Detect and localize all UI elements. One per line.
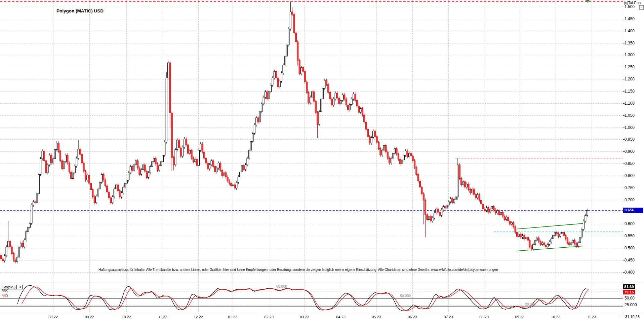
candle xyxy=(261,102,263,113)
candle-body xyxy=(35,202,36,203)
candle-body xyxy=(538,238,539,241)
candle-body xyxy=(22,243,23,247)
candle-body xyxy=(455,197,457,199)
candle-body xyxy=(428,216,430,219)
candle-body xyxy=(63,162,65,169)
candle-body xyxy=(355,94,356,101)
candle-body xyxy=(135,161,136,165)
candle xyxy=(254,123,255,135)
date-axis-tick: 11.23 xyxy=(585,315,598,319)
candle-body xyxy=(544,243,545,245)
candle-body xyxy=(452,199,453,203)
candle xyxy=(83,162,84,173)
candle-body xyxy=(293,14,295,33)
candle-body xyxy=(468,184,469,189)
candle-body xyxy=(299,60,300,74)
candle-body xyxy=(410,153,412,156)
candle-body xyxy=(119,190,120,197)
candle xyxy=(176,138,178,151)
candle-body xyxy=(184,139,185,147)
price-axis-tick: 0.550 xyxy=(625,234,635,238)
candle-body xyxy=(412,156,413,161)
candle-body xyxy=(484,209,485,211)
candle-body xyxy=(504,216,505,219)
candle-body xyxy=(348,105,349,110)
candle-body xyxy=(101,174,103,182)
candle-body xyxy=(83,163,84,171)
candle-body xyxy=(176,140,178,150)
candle-body xyxy=(144,165,146,171)
candle-body xyxy=(319,112,320,125)
candle-body xyxy=(281,73,282,81)
chart-window[interactable]: Polygon (MATIC) USD (c)Tai-Pan − Haftung… xyxy=(0,0,644,319)
candle-body xyxy=(107,186,108,192)
candle-body xyxy=(527,237,529,240)
candle-body xyxy=(193,158,194,162)
date-axis-tick: 03.23 xyxy=(298,315,311,319)
candle-body xyxy=(417,174,419,181)
candle xyxy=(198,149,200,167)
candle-body xyxy=(552,236,554,239)
candle-body xyxy=(243,166,244,170)
candle-body xyxy=(394,149,396,153)
candle-body xyxy=(232,185,234,186)
candle-body xyxy=(182,147,183,156)
candle-body xyxy=(97,189,99,196)
candle-body xyxy=(137,161,138,168)
candle-body xyxy=(58,143,59,151)
candle xyxy=(202,142,203,153)
candle-body xyxy=(220,163,221,171)
candle-body xyxy=(248,150,250,158)
candle xyxy=(45,159,47,174)
date-axis-tick: 05.23 xyxy=(370,315,383,319)
candle-body xyxy=(416,167,417,175)
candle xyxy=(166,72,167,144)
candle-body xyxy=(389,158,390,163)
candle-body xyxy=(427,215,428,219)
minimize-icon[interactable]: − xyxy=(639,5,644,10)
candle-body xyxy=(143,165,144,170)
candle-body xyxy=(234,185,236,188)
candle-body xyxy=(236,182,237,188)
date-axis-tick: 12.22 xyxy=(192,315,205,319)
candle-body xyxy=(522,236,523,237)
candle-body xyxy=(196,159,198,166)
candle-body xyxy=(338,98,340,104)
price-axis-tick: 1.200 xyxy=(625,77,635,81)
candle-body xyxy=(52,159,54,163)
candle-body xyxy=(13,253,14,260)
candle-body xyxy=(561,232,563,234)
candle-body xyxy=(385,145,387,152)
candle-body xyxy=(381,150,383,155)
candle-body xyxy=(439,212,440,215)
stoch-inpanel-level-label: 20.000 xyxy=(525,302,536,306)
candle xyxy=(187,143,189,155)
candle xyxy=(256,116,257,127)
candle xyxy=(168,61,169,80)
candle xyxy=(182,145,183,158)
stoch-axis-50: 50.00 xyxy=(625,296,635,300)
candle-body xyxy=(26,232,27,240)
candle-body xyxy=(265,92,266,97)
candle-body xyxy=(525,237,527,239)
candle-body xyxy=(421,187,422,193)
candle-body xyxy=(329,93,331,99)
candle-body xyxy=(425,200,426,215)
candle xyxy=(76,156,77,168)
add-indicator-icon[interactable]: + xyxy=(18,285,23,289)
candle xyxy=(364,113,365,124)
current-price-badge: 0.656 xyxy=(623,208,643,213)
date-axis-tick: 10.23 xyxy=(549,315,562,319)
candle-body xyxy=(191,150,192,158)
candle-body xyxy=(130,167,131,173)
candle-body xyxy=(146,171,147,178)
candle-body xyxy=(434,213,435,218)
candle-body xyxy=(482,204,484,209)
candle xyxy=(416,166,417,176)
candle-body xyxy=(583,221,584,229)
candle-body xyxy=(303,68,304,71)
candle xyxy=(81,153,83,165)
candle-body xyxy=(209,165,210,169)
candle-body xyxy=(27,227,29,232)
candle-body xyxy=(437,209,439,212)
